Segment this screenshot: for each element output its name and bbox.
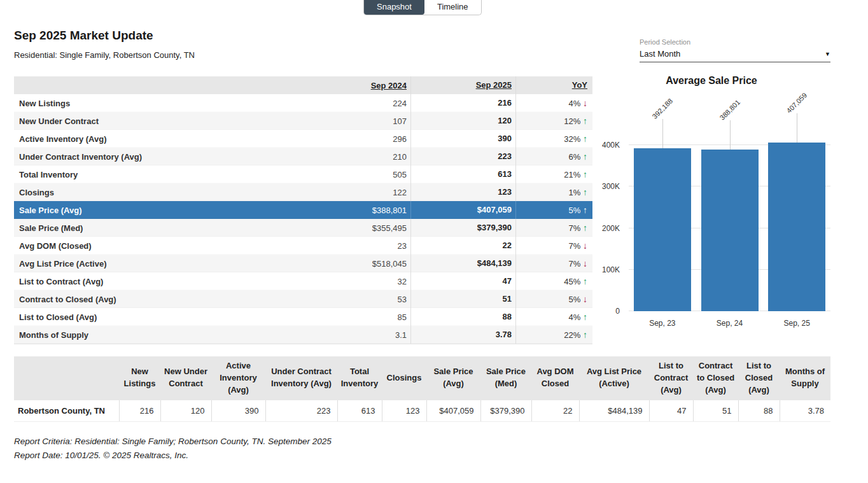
metric-yoy: 1% ↑	[515, 183, 592, 201]
metric-label: Sale Price (Med)	[14, 223, 307, 233]
view-tabbar: Snapshot Timeline	[363, 0, 482, 15]
summary-cell: 390	[211, 400, 265, 422]
metric-prev-value: 53	[307, 295, 410, 304]
chart-bar[interactable]	[701, 150, 759, 311]
metrics-table-body: New Listings 224 216 4% ↓ New Under Cont…	[14, 94, 592, 344]
table-row[interactable]: New Under Contract 107 120 12% ↑	[14, 112, 592, 130]
table-row[interactable]: Avg List Price (Active) $518,045 $484,13…	[14, 255, 592, 272]
y-axis-tick-label: 100K	[602, 265, 620, 274]
metric-yoy: 22% ↑	[515, 326, 592, 344]
metric-prev-value: 224	[307, 99, 410, 108]
summary-header: Avg List Price (Active)	[579, 356, 649, 400]
bar-value-label: 392,188	[650, 97, 674, 120]
summary-header: Active Inventory (Avg)	[211, 356, 265, 400]
table-row[interactable]: Contract to Closed (Avg) 53 51 5% ↓	[14, 290, 592, 308]
table-row[interactable]: Sale Price (Med) $355,495 $379,390 7% ↑	[14, 219, 592, 237]
x-axis-tick-label: Sep, 24	[717, 319, 743, 328]
metric-prev-value: 32	[307, 277, 410, 286]
metric-curr-value: 216	[410, 94, 515, 112]
report-date: Report Date: 10/01/25. © 2025 Realtracs,…	[14, 449, 332, 463]
y-axis-tick-label: 300K	[602, 182, 620, 191]
chart-plot-area: 392,188Sep, 23388,801Sep, 24407,059Sep, …	[629, 120, 830, 311]
trend-arrow-icon: ↓	[583, 98, 587, 108]
period-selection-dropdown[interactable]: Last Month ▼	[640, 49, 830, 62]
table-row[interactable]: Under Contract Inventory (Avg) 210 223 6…	[14, 148, 592, 165]
trend-arrow-icon: ↑	[583, 330, 587, 340]
table-row[interactable]: Avg DOM (Closed) 23 22 7% ↓	[14, 237, 592, 255]
trend-arrow-icon: ↑	[583, 276, 587, 286]
summary-header: Contract to Closed (Avg)	[693, 356, 738, 400]
metric-label: Sale Price (Avg)	[14, 206, 307, 215]
page-title: Sep 2025 Market Update	[14, 29, 153, 43]
summary-cell: 3.78	[780, 400, 830, 422]
tab-snapshot[interactable]: Snapshot	[364, 0, 424, 15]
bar-label-leader-line	[797, 113, 797, 143]
summary-header: List to Contract (Avg)	[649, 356, 693, 400]
yoy-percent: 4%	[569, 312, 581, 322]
summary-cell: 613	[337, 400, 382, 422]
summary-cell: 51	[693, 400, 738, 422]
column-header-sep-2025[interactable]: Sep 2025	[410, 76, 515, 94]
metric-yoy: 7% ↓	[515, 237, 592, 255]
table-row[interactable]: Closings 122 123 1% ↑	[14, 183, 592, 201]
metrics-table-header: Sep 2024 Sep 2025 YoY	[14, 76, 592, 94]
chart-y-axis: 400K300K200K100K0	[598, 120, 624, 311]
metric-label: List to Closed (Avg)	[14, 312, 307, 322]
period-selection-label: Period Selection	[640, 38, 830, 46]
summary-cell: $407,059	[426, 400, 480, 422]
yoy-percent: 5%	[569, 206, 581, 215]
bar-value-label: 388,801	[718, 98, 741, 122]
metric-label: New Listings	[14, 99, 307, 108]
metric-prev-value: 3.1	[307, 330, 410, 340]
summary-header: Avg DOM Closed	[531, 356, 579, 400]
yoy-percent: 1%	[569, 188, 581, 197]
yoy-percent: 32%	[564, 134, 580, 144]
average-sale-price-chart: Average Sale Price 400K300K200K100K0 392…	[598, 75, 840, 349]
summary-table-header-row: New Listings New Under Contract Active I…	[14, 356, 830, 400]
metric-yoy: 7% ↓	[515, 255, 592, 272]
trend-arrow-icon: ↓	[583, 241, 587, 251]
summary-table-row[interactable]: Robertson County, TN 216 120 390 223 613…	[14, 400, 830, 422]
metric-label: Closings	[14, 188, 307, 197]
summary-cell: 120	[160, 400, 211, 422]
metric-yoy: 32% ↑	[515, 130, 592, 148]
column-header-yoy[interactable]: YoY	[515, 76, 592, 94]
column-header-sep-2024[interactable]: Sep 2024	[307, 81, 410, 90]
metric-label: Total Inventory	[14, 170, 307, 179]
yoy-percent: 21%	[564, 170, 580, 179]
summary-header: New Listings	[119, 356, 160, 400]
metric-label: Avg DOM (Closed)	[14, 241, 307, 251]
tab-timeline[interactable]: Timeline	[424, 0, 481, 15]
metric-prev-value: 505	[307, 170, 410, 179]
metrics-table: Sep 2024 Sep 2025 YoY New Listings 224 2…	[14, 76, 592, 344]
trend-arrow-icon: ↑	[583, 134, 587, 144]
table-row[interactable]: New Listings 224 216 4% ↓	[14, 94, 592, 112]
summary-header: Total Inventory	[337, 356, 382, 400]
metric-label: Contract to Closed (Avg)	[14, 295, 307, 304]
metric-curr-value: $407,059	[410, 201, 515, 219]
table-row[interactable]: Active Inventory (Avg) 296 390 32% ↑	[14, 130, 592, 148]
yoy-percent: 7%	[569, 241, 581, 251]
table-row[interactable]: List to Closed (Avg) 85 88 4% ↑	[14, 308, 592, 326]
metric-label: Under Contract Inventory (Avg)	[14, 152, 307, 162]
metric-yoy: 12% ↑	[515, 112, 592, 130]
yoy-percent: 22%	[564, 330, 580, 340]
table-row[interactable]: Months of Supply 3.1 3.78 22% ↑	[14, 326, 592, 344]
yoy-percent: 6%	[569, 152, 581, 162]
metric-curr-value: 120	[410, 112, 515, 130]
chart-bar[interactable]	[768, 143, 825, 311]
trend-arrow-icon: ↑	[583, 169, 587, 179]
metric-curr-value: 88	[410, 308, 515, 326]
summary-header: Closings	[382, 356, 426, 400]
report-footer: Report Criteria: Residential: Single Fam…	[14, 435, 332, 462]
table-row-selected[interactable]: Sale Price (Avg) $388,801 $407,059 5% ↑	[14, 201, 592, 219]
metric-label: New Under Contract	[14, 116, 307, 126]
summary-header: Sale Price (Avg)	[426, 356, 480, 400]
x-axis-tick-label: Sep, 23	[649, 319, 675, 328]
yoy-percent: 45%	[564, 277, 580, 286]
table-row[interactable]: List to Contract (Avg) 32 47 45% ↑	[14, 272, 592, 290]
chart-bar[interactable]	[634, 148, 691, 311]
page-subtitle: Residential: Single Family, Robertson Co…	[14, 50, 195, 60]
metric-curr-value: 51	[410, 290, 515, 308]
table-row[interactable]: Total Inventory 505 613 21% ↑	[14, 165, 592, 183]
